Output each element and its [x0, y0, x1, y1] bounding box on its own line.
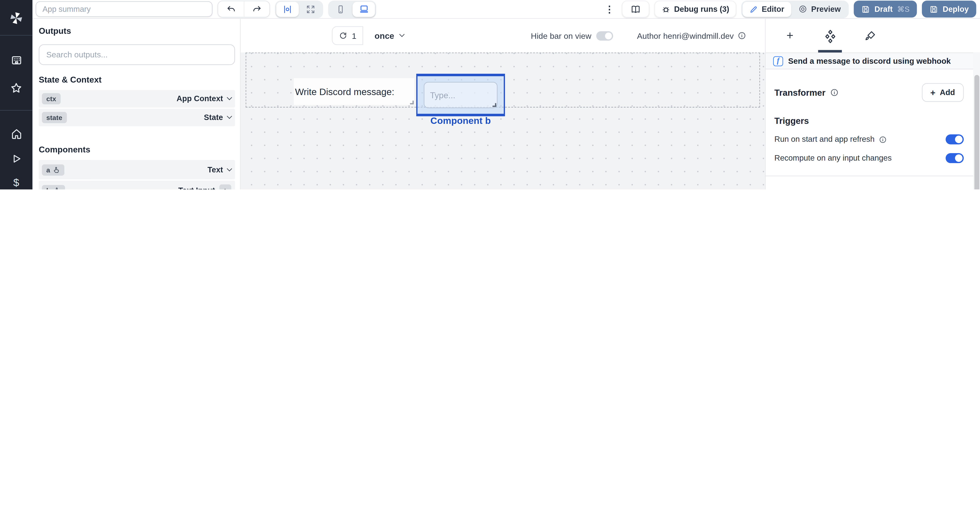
resize-handle[interactable] [493, 103, 496, 107]
component-a-badge: a [46, 166, 50, 173]
author-label: Author henri@windmill.dev [637, 31, 734, 40]
rail-divider [0, 110, 32, 111]
pointer-hand-icon [52, 166, 60, 173]
align-layout-icon[interactable] [276, 2, 299, 17]
input-placeholder: Type... [430, 90, 455, 100]
settings-body: Transformer +Add Triggers Run on start a… [765, 69, 980, 189]
output-row-ctx[interactable]: ctx App Context [39, 90, 235, 108]
topbar: ⋮ Debug runs (3) Editor Preview [32, 0, 980, 19]
runs-play-icon[interactable] [0, 146, 32, 170]
debug-runs-button[interactable]: Debug runs (3) [654, 1, 736, 18]
preview-icon [798, 4, 807, 14]
transformer-label: Transformer [775, 88, 826, 97]
layout-toggle-group [275, 0, 323, 18]
info-icon[interactable] [879, 135, 887, 143]
variables-dollar-icon[interactable]: $ [0, 170, 32, 189]
redo-button[interactable] [243, 2, 269, 17]
save-icon [861, 5, 870, 14]
vertical-scrollbar[interactable] [973, 53, 980, 189]
canvas-column: 1 once Hide bar on view Author henri@win… [241, 19, 765, 189]
chevron-down-icon[interactable] [227, 166, 232, 172]
component-row-a[interactable]: a Text [39, 160, 235, 179]
ctx-type: App Context [177, 94, 223, 103]
state-badge: state [42, 112, 67, 123]
recompute-toggle[interactable] [945, 153, 964, 163]
chevron-down-icon[interactable] [227, 114, 232, 119]
draft-label: Draft [875, 5, 892, 14]
desktop-icon[interactable] [353, 2, 375, 17]
component-b-type: Text Input [178, 186, 215, 189]
editor-preview-group: Editor Preview [741, 0, 849, 18]
refresh-icon [339, 31, 348, 40]
function-icon: f [773, 56, 783, 66]
settings-tabs: + [765, 19, 980, 53]
docs-button[interactable] [622, 1, 649, 18]
inputs-title: Inputs [775, 188, 964, 189]
deploy-button[interactable]: Deploy [922, 1, 976, 18]
hide-bar-label: Hide bar on view [531, 31, 592, 40]
info-icon[interactable] [738, 31, 746, 40]
left-icon-rail: $ [0, 0, 32, 189]
state-context-title: State & Context [39, 75, 235, 84]
selected-component-b[interactable]: Type... [416, 74, 505, 116]
outputs-panel: Outputs State & Context ctx App Context … [32, 19, 240, 189]
schedule-value: once [374, 31, 394, 40]
more-menu-icon[interactable]: ⋮ [602, 3, 617, 15]
draft-button[interactable]: Draft ⌘S [854, 1, 917, 18]
text-input-component[interactable]: Type... [424, 82, 498, 108]
save-icon [930, 5, 939, 14]
resize-handle[interactable] [410, 101, 414, 105]
undo-redo-group [218, 1, 270, 18]
selected-component-label: Component b [416, 115, 505, 126]
outputs-title: Outputs [39, 26, 235, 36]
state-type: State [204, 113, 223, 122]
components-title: Components [39, 145, 235, 154]
component-a-type: Text [208, 166, 223, 174]
component-settings-panel: + f Send a message to discord using webh… [765, 19, 980, 189]
bug-icon [661, 4, 670, 14]
tab-preview[interactable]: Preview [791, 2, 848, 17]
script-header-title: Send a message to discord using webhook [788, 56, 951, 65]
output-row-state[interactable]: state State [39, 109, 235, 126]
chevron-down-icon[interactable] [227, 95, 232, 100]
chevron-down-icon [399, 32, 404, 37]
tab-components-diamonds-icon[interactable] [817, 23, 843, 48]
debug-runs-label: Debug runs (3) [674, 5, 729, 14]
windmill-logo-icon[interactable] [0, 6, 32, 30]
mobile-icon[interactable] [329, 2, 352, 17]
chevron-up-icon[interactable] [220, 185, 231, 189]
trigger-label: Recompute on any input changes [775, 154, 892, 163]
run-on-start-toggle[interactable] [945, 134, 964, 144]
preview-label: Preview [811, 5, 841, 14]
script-header: f Send a message to discord using webhoo… [765, 53, 980, 69]
pencil-icon [749, 5, 758, 14]
app-canvas[interactable]: Write Discord message: Type... Component… [241, 53, 765, 189]
section-divider [765, 176, 980, 176]
text-component-a[interactable]: Write Discord message: [294, 78, 414, 105]
refresh-count: 1 [352, 31, 356, 40]
tab-style-paintbrush-icon[interactable] [857, 23, 883, 48]
component-row-b[interactable]: b Text Input [39, 181, 235, 189]
canvas-toolbar: 1 once Hide bar on view Author henri@win… [241, 19, 765, 53]
tab-insert-plus-icon[interactable]: + [777, 23, 803, 48]
component-b-badge: b [46, 186, 51, 189]
pointer-hand-icon [53, 186, 60, 189]
tab-editor[interactable]: Editor [742, 2, 791, 17]
schedule-dropdown[interactable]: once [369, 31, 409, 40]
favorites-star-icon[interactable] [0, 76, 32, 100]
hide-bar-toggle[interactable] [597, 31, 613, 40]
triggers-title: Triggers [775, 116, 964, 126]
switch-apps-icon[interactable] [0, 48, 32, 72]
editor-label: Editor [762, 5, 784, 14]
search-outputs-input[interactable] [39, 45, 235, 65]
info-icon[interactable] [830, 88, 839, 97]
undo-button[interactable] [218, 2, 244, 17]
home-icon[interactable] [0, 122, 32, 146]
fullscreen-icon[interactable] [299, 2, 322, 17]
add-transformer-button[interactable]: +Add [921, 83, 964, 102]
app-summary-input[interactable] [36, 2, 213, 17]
deploy-label: Deploy [943, 5, 969, 14]
refresh-count-box[interactable]: 1 [332, 26, 363, 45]
ctx-badge: ctx [42, 93, 60, 105]
device-toggle-group [328, 0, 376, 18]
